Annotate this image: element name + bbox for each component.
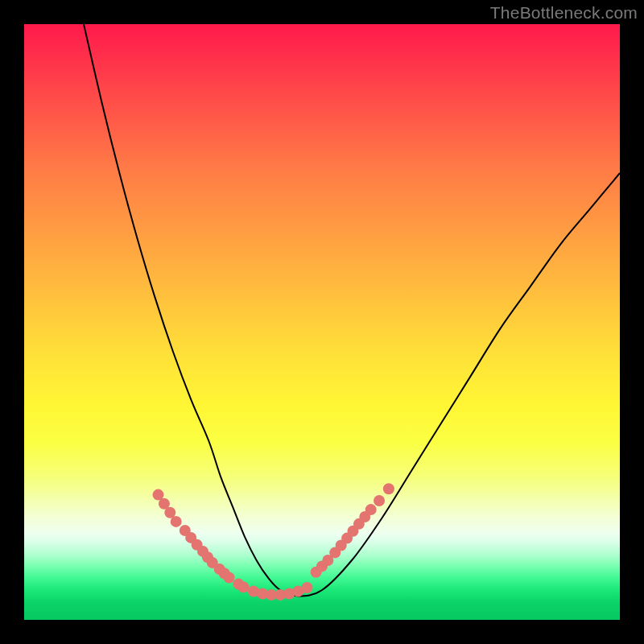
highlight-dot: [374, 495, 385, 506]
curve-line: [84, 24, 620, 596]
chart-frame: TheBottleneck.com: [0, 0, 644, 644]
highlight-dot: [224, 572, 235, 583]
highlight-dots-bottom: [248, 582, 313, 601]
highlight-dot: [383, 483, 394, 494]
highlight-dot: [365, 504, 377, 515]
bottleneck-curve-path: [84, 24, 620, 596]
highlight-dots-left: [153, 489, 250, 593]
highlight-dots-right: [311, 483, 394, 578]
highlight-dot: [171, 516, 182, 527]
chart-svg: [24, 24, 620, 620]
plot-area: [24, 24, 620, 620]
highlight-dot: [302, 582, 313, 593]
highlight-dot: [237, 581, 249, 592]
watermark-text: TheBottleneck.com: [490, 3, 638, 23]
